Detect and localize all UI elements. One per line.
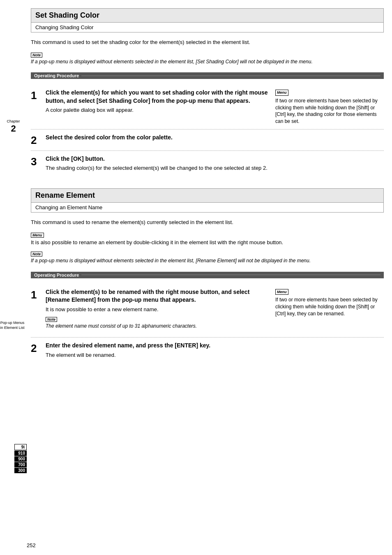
note-label-rename-step1: Note bbox=[46, 317, 57, 322]
menu-text-rename-intro: It is also possible to rename an element… bbox=[31, 239, 283, 245]
page-number: 252 bbox=[27, 542, 36, 548]
step-title-shading-1: Click the element(s) for which you want … bbox=[46, 89, 269, 105]
step-shading-1: 1 Click the element(s) for which you wan… bbox=[31, 85, 384, 130]
step-shading-2-left: 2 Select the desired color from the colo… bbox=[31, 134, 269, 146]
section-subtitle-rename: Changing an Element Name bbox=[31, 203, 383, 212]
menu-text-rename-1: If two or more elements have been select… bbox=[275, 297, 378, 317]
steps-shading: 1 Click the element(s) for which you wan… bbox=[31, 85, 384, 176]
menu-note-rename: Menu It is also possible to rename an el… bbox=[31, 231, 384, 245]
step-num-rename-1: 1 bbox=[31, 288, 43, 333]
step-rename-1: 1 Click the element(s) to be renamed wit… bbox=[31, 284, 384, 338]
model-badge-700: 700 bbox=[14, 462, 27, 467]
note-text-rename-step1: The element name must consist of up to 3… bbox=[46, 323, 197, 329]
steps-rename: 1 Click the element(s) to be renamed wit… bbox=[31, 284, 384, 363]
model-badge-900: 900 bbox=[14, 456, 27, 462]
step-rename-2: 2 Enter the desired element name, and pr… bbox=[31, 338, 384, 363]
note-shading: Note If a pop-up menu is displayed witho… bbox=[31, 51, 384, 65]
op-proc-label-rename: Operating Procedure bbox=[34, 273, 79, 278]
step-shading-2: 2 Select the desired color from the colo… bbox=[31, 130, 384, 151]
section-set-shading-color: Set Shading Color Changing Shading Color bbox=[31, 8, 384, 32]
step-title-shading-2: Select the desired color from the color … bbox=[46, 134, 269, 142]
main-content: Set Shading Color Changing Shading Color… bbox=[27, 0, 392, 555]
step-title-rename-2: Enter the desired element name, and pres… bbox=[46, 342, 269, 350]
step-rename-1-left: 1 Click the element(s) to be renamed wit… bbox=[31, 288, 269, 333]
step-num-shading-2: 2 bbox=[31, 134, 43, 146]
step-content-shading-3: Click the [OK] button. The shading color… bbox=[46, 155, 269, 172]
menu-label-rename-1: Menu bbox=[275, 289, 288, 295]
model-badge-910: 910 bbox=[14, 451, 27, 456]
left-margin: Chapter 2 Pop-up Menusin Element List 9i… bbox=[0, 0, 27, 555]
intro-text-shading: This command is used to set the shading … bbox=[31, 38, 384, 46]
menu-label-shading-1: Menu bbox=[275, 90, 288, 96]
chapter-label: Chapter 2 bbox=[0, 119, 27, 134]
op-proc-header-rename: Operating Procedure bbox=[31, 272, 384, 278]
chapter-text: Chapter bbox=[7, 119, 20, 123]
op-proc-line-rename bbox=[81, 275, 380, 275]
step-desc-shading-3: The shading color(s) for the selected el… bbox=[46, 164, 269, 172]
step-desc-shading-1: A color palette dialog box will appear. bbox=[46, 106, 269, 114]
model-badge-300: 300 bbox=[14, 468, 27, 473]
step-num-shading-1: 1 bbox=[31, 89, 43, 114]
note-rename-step1: Note The element name must consist of up… bbox=[46, 316, 269, 330]
step-content-shading-1: Click the element(s) for which you want … bbox=[46, 89, 269, 114]
step-num-shading-3: 3 bbox=[31, 155, 43, 172]
note-text-shading: If a pop-up menu is displayed without el… bbox=[31, 59, 313, 65]
step-title-shading-3: Click the [OK] button. bbox=[46, 155, 269, 163]
intro-text-rename: This command is used to rename the eleme… bbox=[31, 218, 384, 227]
note-text-rename: If a pop-up menu is displayed without el… bbox=[31, 258, 311, 264]
note-label-shading: Note bbox=[31, 53, 42, 58]
model-badges: 9i 910 900 700 300 bbox=[14, 444, 27, 474]
menu-label-rename-intro: Menu bbox=[31, 233, 44, 238]
step-right-rename-1: Menu If two or more elements have been s… bbox=[269, 288, 384, 317]
section-gap-1 bbox=[31, 176, 384, 188]
step-shading-3: 3 Click the [OK] button. The shading col… bbox=[31, 151, 384, 176]
section-rename-element: Rename Element Changing an Element Name bbox=[31, 188, 384, 213]
op-proc-label-shading: Operating Procedure bbox=[34, 73, 79, 78]
op-proc-line-shading bbox=[81, 76, 380, 76]
step-content-shading-2: Select the desired color from the color … bbox=[46, 134, 269, 146]
step-num-rename-2: 2 bbox=[31, 342, 43, 359]
chapter-number: 2 bbox=[11, 123, 16, 134]
section-title-set-shading: Set Shading Color bbox=[31, 9, 383, 23]
op-proc-header-shading: Operating Procedure bbox=[31, 72, 384, 79]
step-content-rename-2: Enter the desired element name, and pres… bbox=[46, 342, 269, 359]
popup-label: Pop-up Menusin Element List bbox=[0, 321, 25, 330]
step-title-rename-1: Click the element(s) to be renamed with … bbox=[46, 288, 269, 304]
menu-text-shading-1: If two or more elements have been select… bbox=[275, 98, 378, 124]
step-shading-3-left: 3 Click the [OK] button. The shading col… bbox=[31, 155, 269, 172]
section-subtitle-set-shading: Changing Shading Color bbox=[31, 23, 383, 32]
step-content-rename-1: Click the element(s) to be renamed with … bbox=[46, 288, 269, 333]
step-right-shading-1: Menu If two or more elements have been s… bbox=[269, 89, 384, 125]
note-rename: Note If a pop-up menu is displayed witho… bbox=[31, 250, 384, 264]
step-shading-1-left: 1 Click the element(s) for which you wan… bbox=[31, 89, 269, 114]
step-rename-2-left: 2 Enter the desired element name, and pr… bbox=[31, 342, 269, 359]
model-badge-9i: 9i bbox=[14, 444, 27, 450]
step-desc-rename-1: It is now possible to enter a new elemen… bbox=[46, 306, 269, 313]
section-title-rename: Rename Element bbox=[31, 189, 383, 203]
step-desc-rename-2: The element will be renamed. bbox=[46, 352, 269, 359]
note-label-rename: Note bbox=[31, 252, 42, 257]
